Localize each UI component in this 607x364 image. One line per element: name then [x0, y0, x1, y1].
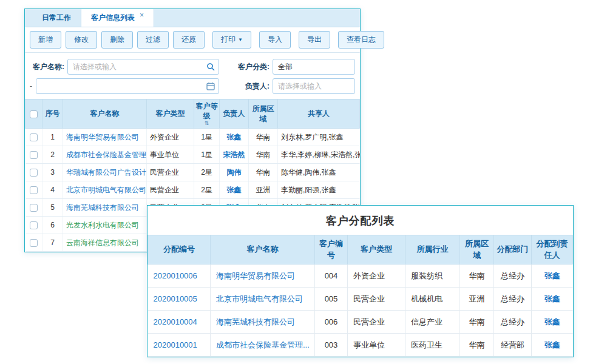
select-all-checkbox[interactable]: [30, 110, 38, 118]
customer-name-link[interactable]: 华瑞城有限公司广告设计部: [66, 168, 147, 177]
customer-name-cell: 海南芜城科技有限公司: [63, 199, 147, 217]
table-row[interactable]: 2020010005 北京市明城电气有限公司 005 民营企业 机械机电 亚洲 …: [148, 288, 573, 311]
department-cell: 经营部: [494, 334, 532, 357]
col-header-owner: 负责人: [220, 99, 249, 129]
checkbox-cell: [25, 181, 42, 199]
row-checkbox[interactable]: [30, 221, 38, 229]
delete-button[interactable]: 删除: [101, 31, 133, 49]
customer-level-cell: 2星: [194, 181, 220, 199]
owner-input[interactable]: [273, 78, 355, 94]
allocation-table: 分配编号 客户名称 客户编号 客户类型 所属行业 所属区域 分配部门 分配到责任…: [148, 235, 573, 357]
serial-cell: 4: [42, 181, 63, 199]
select-all-cell: [25, 99, 42, 129]
col-header-serial: 序号: [42, 99, 63, 129]
customer-category-select[interactable]: [273, 59, 355, 75]
checkbox-cell: [25, 146, 42, 164]
owner-cell: 张鑫: [220, 181, 249, 199]
customer-name-link[interactable]: 海南芜城科技有限公司: [66, 203, 139, 212]
table-row[interactable]: 2020010006 海南明华贸易有限公司 004 外资企业 服装纺织 华南 总…: [148, 265, 573, 288]
col-header-customer-no: 客户编号: [315, 235, 348, 265]
import-button[interactable]: 导入: [259, 31, 291, 49]
view-log-button[interactable]: 查看日志: [338, 31, 384, 49]
row-checkbox[interactable]: [30, 204, 38, 212]
owner-link[interactable]: 宋浩然: [223, 150, 245, 159]
assignee-link[interactable]: 张鑫: [544, 271, 560, 280]
customer-no-cell: 004: [315, 265, 348, 288]
restore-button[interactable]: 还原: [173, 31, 205, 49]
customer-name-link[interactable]: 成都市社会保险基金管理...: [66, 150, 147, 159]
allocation-no-cell: 2020010005: [148, 288, 211, 311]
print-button[interactable]: 打印▼: [212, 31, 251, 49]
region-cell: 华南: [460, 311, 494, 334]
shared-cell: 陈华健,陶伟,张鑫: [278, 164, 360, 181]
customer-no-cell: 003: [315, 334, 348, 357]
sort-icon[interactable]: ⇅: [195, 121, 218, 126]
customer-name-link[interactable]: 北京市明城电气有限公司: [216, 294, 303, 303]
shared-cell: 李勤丽,阳强,张鑫: [278, 181, 360, 199]
tab-label: 客户信息列表: [91, 13, 135, 23]
col-header-customer-name: 客户名称: [211, 235, 315, 265]
customer-name-link[interactable]: 海南芜城科技有限公司: [216, 317, 295, 326]
row-checkbox[interactable]: [30, 169, 38, 177]
owner-link[interactable]: 张鑫: [227, 186, 242, 194]
close-icon[interactable]: ×: [140, 12, 144, 19]
customer-name-link[interactable]: 海南明华贸易有限公司: [66, 133, 139, 141]
customer-level-cell: 2星: [194, 164, 220, 181]
allocation-no-cell: 2020010006: [148, 265, 211, 288]
table-row[interactable]: 2020010004 海南芜城科技有限公司 006 民营企业 信息产业 华南 总…: [148, 311, 573, 334]
customer-no-cell: 005: [315, 288, 348, 311]
assignee-link[interactable]: 张鑫: [544, 317, 560, 326]
allocation-no-link[interactable]: 2020010005: [154, 294, 197, 303]
tab-customer-info-list[interactable]: 客户信息列表 ×: [81, 9, 154, 27]
customer-name-link[interactable]: 北京市明城电气有限公司: [66, 186, 146, 194]
customer-name-cell: 光发水利水电有限公司: [63, 217, 147, 234]
date-input[interactable]: [36, 78, 219, 94]
print-button-label: 打印: [221, 35, 236, 44]
assignee-link[interactable]: 张鑫: [544, 340, 560, 349]
region-cell: 华南: [249, 129, 278, 146]
allocation-no-link[interactable]: 2020010006: [154, 271, 197, 280]
row-checkbox[interactable]: [30, 239, 38, 247]
filter-row-1: 客户名称: 客户分类:: [30, 59, 355, 75]
row-checkbox[interactable]: [30, 151, 38, 159]
row-checkbox[interactable]: [30, 133, 38, 141]
customer-name-link[interactable]: 成都市社会保险基金管理...: [216, 340, 310, 349]
filter-button[interactable]: 过滤: [137, 31, 169, 49]
assignee-cell: 张鑫: [532, 265, 573, 288]
customer-level-cell: 1星: [194, 129, 220, 146]
table-row[interactable]: 2 成都市社会保险基金管理... 事业单位 1星 宋浩然 华南 李华,李婷,柳琳…: [25, 146, 360, 164]
owner-link[interactable]: 陶伟: [227, 168, 242, 177]
table-row[interactable]: 2020010001 成都市社会保险基金管理... 003 事业单位 医药卫生 …: [148, 334, 573, 357]
add-button[interactable]: 新增: [30, 31, 61, 49]
col-header-customer-name: 客户名称: [63, 99, 147, 129]
customer-type-cell: 民营企业: [147, 164, 194, 181]
customer-name-input[interactable]: [67, 59, 219, 75]
customer-type-cell: 外资企业: [348, 265, 405, 288]
assignee-link[interactable]: 张鑫: [544, 294, 560, 303]
assignee-cell: 张鑫: [532, 311, 573, 334]
col-header-region: 所属区域: [460, 235, 494, 265]
customer-category-label: 客户分类:: [232, 62, 273, 72]
customer-name-link[interactable]: 海南明华贸易有限公司: [216, 271, 295, 280]
customer-name-link[interactable]: 云南海祥信息有限公司: [66, 238, 139, 247]
serial-cell: 7: [42, 234, 63, 252]
row-checkbox[interactable]: [30, 186, 38, 194]
allocation-no-link[interactable]: 2020010004: [154, 317, 197, 326]
region-cell: 华南: [460, 265, 494, 288]
owner-link[interactable]: 张鑫: [227, 133, 242, 141]
allocation-no-link[interactable]: 2020010001: [154, 340, 197, 349]
industry-cell: 信息产业: [405, 311, 460, 334]
edit-button[interactable]: 修改: [66, 31, 97, 49]
export-button[interactable]: 导出: [299, 31, 330, 49]
tab-daily-work[interactable]: 日常工作: [32, 9, 81, 27]
search-icon[interactable]: [206, 62, 215, 71]
col-header-customer-level[interactable]: 客户等级⇅: [194, 99, 220, 129]
tab-bar: 日常工作 客户信息列表 ×: [25, 9, 360, 27]
table-row[interactable]: 3 华瑞城有限公司广告设计部 民营企业 2星 陶伟 华南 陈华健,陶伟,张鑫: [25, 164, 360, 181]
serial-cell: 5: [42, 199, 63, 217]
col-header-shared: 共享人: [278, 99, 360, 129]
table-row[interactable]: 1 海南明华贸易有限公司 外资企业 1星 张鑫 华南 刘东林,罗广明,张鑫: [25, 129, 360, 146]
calendar-icon[interactable]: [206, 82, 215, 90]
customer-name-link[interactable]: 光发水利水电有限公司: [66, 221, 139, 229]
table-row[interactable]: 4 北京市明城电气有限公司 民营企业 2星 张鑫 亚洲 李勤丽,阳强,张鑫: [25, 181, 360, 199]
